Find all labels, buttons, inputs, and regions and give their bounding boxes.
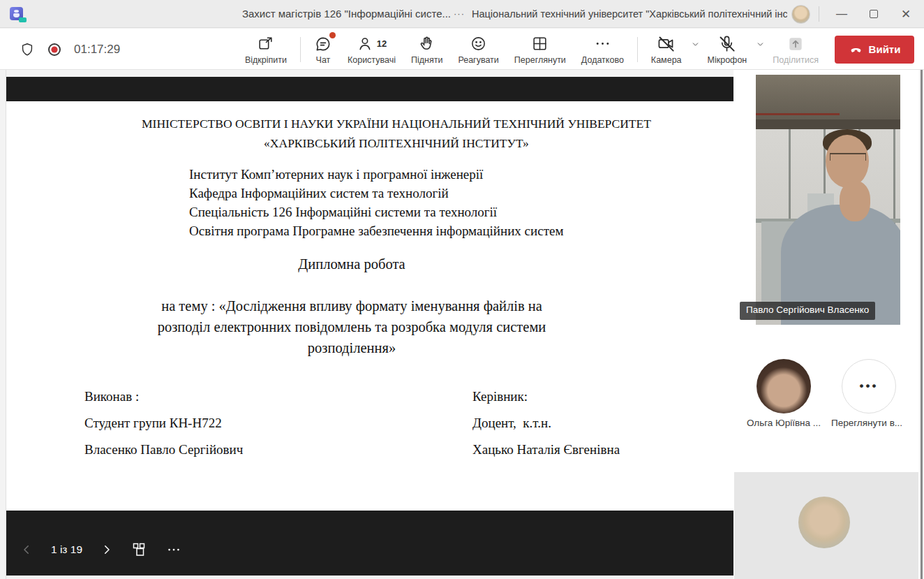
doc-author-name: Власенко Павло Сергійович <box>84 442 243 457</box>
speaker-video-tile[interactable] <box>756 75 900 325</box>
maximize-button[interactable] <box>858 0 890 28</box>
unpin-button[interactable]: Відкріпити <box>237 34 295 65</box>
close-button[interactable]: ✕ <box>890 0 922 28</box>
more-options-button[interactable]: Додатково <box>574 34 632 65</box>
self-view-tile[interactable] <box>734 472 918 579</box>
doc-heading-line2: «ХАРКІВСЬКИЙ ПОЛІТЕХНІЧНИЙ ІНСТИТУТ» <box>51 136 742 151</box>
recording-indicator-icon <box>46 41 63 58</box>
participants-button[interactable]: 12 Користувачі <box>340 34 403 65</box>
participants-count: 12 <box>377 38 387 49</box>
toolbar-divider <box>637 37 638 62</box>
mic-chevron-icon[interactable] <box>756 40 765 49</box>
chevron-left-icon <box>20 543 33 556</box>
raise-hand-button[interactable]: Підняти <box>403 34 450 65</box>
thumbnails-icon <box>131 541 148 558</box>
main-area: МІНІСТЕРСТВО ОСВІТИ І НАУКИ УКРАЇНИ НАЦІ… <box>0 70 924 579</box>
doc-heading-line1: МІНІСТЕРСТВО ОСВІТИ І НАУКИ УКРАЇНИ НАЦІ… <box>51 117 742 131</box>
slide-counter: 1 із 19 <box>51 543 82 556</box>
doc-topic-line1: на тему : «Дослідження впливу формату ім… <box>6 298 697 314</box>
title-bar: Захист магістрів 126 "Інформаційні систе… <box>0 0 924 28</box>
shield-icon[interactable] <box>20 42 35 57</box>
doc-info-line: Освітня програма Програмне забезпечення … <box>189 223 563 239</box>
more-horizontal-icon <box>594 35 611 52</box>
participant-avatar-olha[interactable] <box>757 359 811 413</box>
doc-topic-line2: розподіл електронних повідомлень та розр… <box>6 319 697 335</box>
popout-icon <box>257 35 274 52</box>
raised-hand-icon <box>418 35 435 52</box>
doc-author-group: Студент групи КН-Н722 <box>84 416 222 431</box>
next-slide-button[interactable] <box>100 543 113 556</box>
view-more-participants-button[interactable]: ••• <box>842 359 896 413</box>
doc-info-line: Кафедра Інформаційних систем та технолог… <box>189 186 449 201</box>
doc-author-label: Виконав : <box>84 389 139 404</box>
meeting-timer: 01:17:29 <box>74 43 120 57</box>
people-icon <box>357 35 375 53</box>
share-bottom-bar: 1 із 19 <box>6 511 734 576</box>
thumbnails-button[interactable] <box>131 541 148 558</box>
pager-more-icon <box>166 542 181 557</box>
microphone-button[interactable]: Мікрофон <box>700 34 755 65</box>
participants-sidebar: Павло Сергійович Власенко ••• Ольга Юрії… <box>733 70 919 579</box>
chevron-right-icon <box>100 543 113 556</box>
user-avatar[interactable] <box>791 5 810 24</box>
camera-button[interactable]: Камера <box>643 34 690 65</box>
sidebar-scrollbar <box>919 70 924 579</box>
titlebar-divider <box>819 6 819 22</box>
view-button[interactable]: Переглянути <box>507 34 574 65</box>
self-view-avatar <box>798 497 850 548</box>
doc-advisor-name: Хацько Наталія Євгенівна <box>472 442 620 457</box>
toolbar-divider <box>300 37 301 62</box>
share-icon <box>787 35 805 53</box>
meeting-toolbar: 01:17:29 Відкріпити Чат <box>0 29 924 70</box>
pager-more-button[interactable] <box>166 542 181 557</box>
hangup-phone-icon <box>849 42 863 57</box>
smiley-icon <box>470 35 487 52</box>
view-more-label: Переглянути в... <box>824 418 909 428</box>
minimize-button[interactable]: — <box>826 0 858 28</box>
teams-logo-icon <box>10 6 27 22</box>
doc-advisor-label: Керівник: <box>472 389 528 404</box>
doc-info-line: Спеціальність 126 Інформаційні системи т… <box>189 205 497 220</box>
share-button[interactable]: Поділитися <box>765 34 826 65</box>
participant-name-olha: Ольга Юріївна ... <box>741 418 826 428</box>
chat-icon <box>314 35 332 53</box>
mic-off-icon <box>717 34 736 53</box>
share-bottom-strip <box>6 576 734 579</box>
meeting-title: Захист магістрів 126 "Інформаційні систе… <box>221 8 451 20</box>
scrollbar-thumb[interactable] <box>921 70 923 579</box>
chat-button[interactable]: Чат <box>306 34 340 65</box>
titlebar-more-icon[interactable]: ··· <box>454 8 465 19</box>
camera-chevron-icon[interactable] <box>691 40 700 49</box>
doc-info-line: Інститут Комп’ютерних наук і програмної … <box>189 167 483 182</box>
teams-meeting-window: Захист магістрів 126 "Інформаційні систе… <box>0 0 924 579</box>
share-top-bar <box>6 77 734 101</box>
chat-notification-dot <box>329 32 336 38</box>
doc-topic-line3: розподілення» <box>6 340 697 356</box>
slide-pager: 1 із 19 <box>20 537 181 562</box>
speaker-name-tag: Павло Сергійович Власенко <box>740 302 875 320</box>
doc-work-type: Дипломна робота <box>6 256 697 272</box>
screen-share-stage: МІНІСТЕРСТВО ОСВІТИ І НАУКИ УКРАЇНИ НАЦІ… <box>6 70 733 579</box>
camera-off-icon <box>657 34 676 53</box>
maximize-icon <box>870 10 878 18</box>
organization-title: Національний технічний університет "Харк… <box>472 8 787 20</box>
previous-slide-button[interactable] <box>20 543 33 556</box>
grid-view-icon <box>531 35 549 52</box>
doc-advisor-title: Доцент, к.т.н. <box>472 416 551 431</box>
leave-button[interactable]: Вийти <box>835 36 914 64</box>
shared-document-page: МІНІСТЕРСТВО ОСВІТИ І НАУКИ УКРАЇНИ НАЦІ… <box>6 101 734 511</box>
react-button[interactable]: Реагувати <box>450 34 506 65</box>
